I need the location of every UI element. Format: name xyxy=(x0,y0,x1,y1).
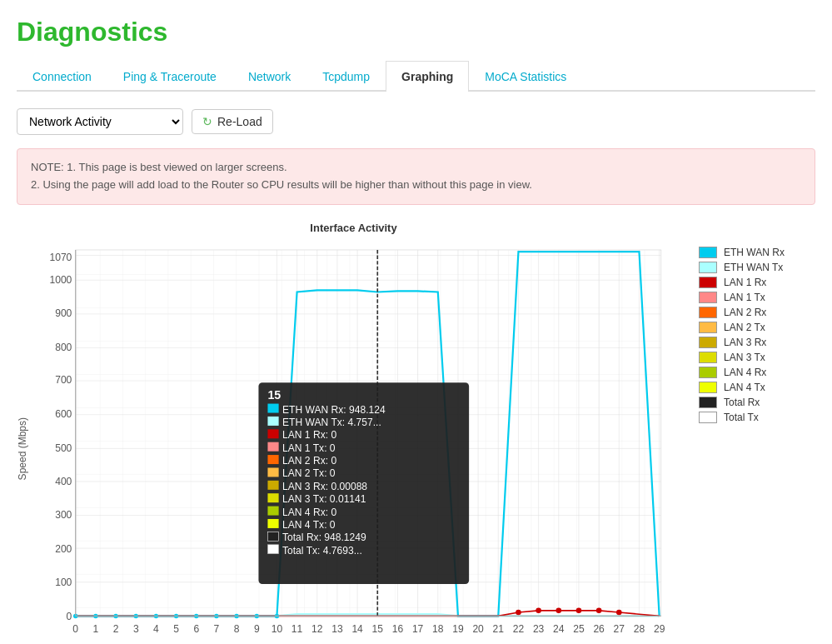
svg-text:21: 21 xyxy=(493,623,505,635)
legend-item-eth-wan-rx: ETH WAN Rx xyxy=(699,247,815,258)
legend-item-lan4-rx: LAN 4 Rx xyxy=(699,367,815,378)
chart-container: Interface Activity Speed (Mbps) xyxy=(17,222,690,644)
svg-rect-101 xyxy=(267,429,278,438)
svg-text:200: 200 xyxy=(55,542,72,554)
svg-text:LAN 1 Tx: 0: LAN 1 Tx: 0 xyxy=(282,442,336,453)
svg-rect-115 xyxy=(267,519,278,528)
svg-text:26: 26 xyxy=(593,623,605,635)
legend-item-lan3-rx: LAN 3 Rx xyxy=(699,337,815,348)
svg-text:25: 25 xyxy=(573,623,585,635)
chart-area: Interface Activity Speed (Mbps) xyxy=(17,222,815,644)
svg-text:3: 3 xyxy=(133,623,139,635)
svg-text:400: 400 xyxy=(55,476,72,487)
svg-text:18: 18 xyxy=(432,623,444,635)
notice-line2: 2. Using the page will add load to the R… xyxy=(31,177,801,194)
svg-text:1070: 1070 xyxy=(49,252,72,263)
svg-text:700: 700 xyxy=(55,374,72,386)
legend-item-lan4-tx: LAN 4 Tx xyxy=(699,382,815,393)
tab-moca-statistics[interactable]: MoCA Statistics xyxy=(469,61,582,92)
svg-text:23: 23 xyxy=(533,623,545,635)
legend-label-eth-wan-tx: ETH WAN Tx xyxy=(724,262,783,273)
svg-text:LAN 3 Rx: 0.00088: LAN 3 Rx: 0.00088 xyxy=(282,480,367,492)
svg-text:300: 300 xyxy=(55,508,72,520)
svg-rect-109 xyxy=(267,480,278,489)
svg-rect-99 xyxy=(267,417,278,426)
svg-text:16: 16 xyxy=(392,623,404,635)
svg-text:600: 600 xyxy=(55,408,72,420)
activity-dropdown[interactable]: Network ActivityCPU UsageMemory Usage xyxy=(17,108,183,135)
svg-text:19: 19 xyxy=(452,623,464,635)
svg-text:1: 1 xyxy=(93,623,99,635)
svg-point-77 xyxy=(516,609,521,615)
svg-text:ETH WAN Tx: 4.757...: ETH WAN Tx: 4.757... xyxy=(282,417,381,428)
legend-color-lan4-tx xyxy=(699,382,717,393)
reload-icon: ↻ xyxy=(202,115,212,128)
svg-text:5: 5 xyxy=(173,623,179,635)
legend-label-lan1-rx: LAN 1 Rx xyxy=(724,277,766,288)
svg-text:LAN 2 Tx: 0: LAN 2 Tx: 0 xyxy=(282,467,336,479)
svg-text:29: 29 xyxy=(654,623,665,635)
svg-text:2: 2 xyxy=(113,623,119,635)
svg-text:10: 10 xyxy=(272,623,283,635)
svg-text:8: 8 xyxy=(234,623,240,635)
svg-text:4: 4 xyxy=(153,623,159,635)
reload-button[interactable]: ↻ Re-Load xyxy=(192,109,273,134)
svg-text:Total Rx: 948.1249: Total Rx: 948.1249 xyxy=(282,532,366,543)
svg-text:11: 11 xyxy=(291,623,303,635)
reload-label: Re-Load xyxy=(217,115,262,128)
legend-color-lan4-rx xyxy=(699,367,717,378)
legend-color-total-tx xyxy=(699,412,717,423)
tab-network[interactable]: Network xyxy=(232,61,306,92)
chart-wrap: Speed (Mbps) xyxy=(17,241,690,644)
svg-text:LAN 2 Rx: 0: LAN 2 Rx: 0 xyxy=(282,455,336,467)
page-title: Diagnostics xyxy=(17,17,815,47)
tab-tcpdump[interactable]: Tcpdump xyxy=(306,61,386,92)
chart-legend: ETH WAN Rx ETH WAN Tx LAN 1 Rx LAN 1 Tx … xyxy=(699,222,815,644)
svg-text:500: 500 xyxy=(55,442,72,453)
svg-point-79 xyxy=(555,607,561,613)
svg-text:22: 22 xyxy=(513,623,525,635)
svg-text:15: 15 xyxy=(372,623,384,635)
legend-label-total-rx: Total Rx xyxy=(724,397,760,408)
svg-rect-97 xyxy=(267,403,278,412)
notice-line1: NOTE: 1. This page is best viewed on lar… xyxy=(31,159,801,177)
legend-color-lan3-rx xyxy=(699,337,717,348)
chart-title: Interface Activity xyxy=(17,222,690,234)
legend-label-eth-wan-rx: ETH WAN Rx xyxy=(724,247,785,258)
svg-text:LAN 4 Tx: 0: LAN 4 Tx: 0 xyxy=(282,519,336,531)
svg-point-81 xyxy=(596,607,602,613)
legend-label-lan1-tx: LAN 1 Tx xyxy=(724,292,765,303)
tab-ping-traceroute[interactable]: Ping & Traceroute xyxy=(107,61,232,92)
svg-text:13: 13 xyxy=(331,623,343,635)
svg-point-82 xyxy=(616,609,622,615)
svg-text:ETH WAN Rx: 948.124: ETH WAN Rx: 948.124 xyxy=(282,403,386,415)
legend-item-lan2-rx: LAN 2 Rx xyxy=(699,307,815,318)
legend-label-lan3-tx: LAN 3 Tx xyxy=(724,352,765,363)
svg-text:24: 24 xyxy=(553,623,565,635)
legend-item-total-rx: Total Rx xyxy=(699,397,815,408)
tab-graphing[interactable]: Graphing xyxy=(386,61,469,92)
chart-svg-wrap: 0 100 200 300 400 500 600 700 800 900 10… xyxy=(32,241,690,643)
legend-color-total-rx xyxy=(699,397,717,408)
svg-rect-111 xyxy=(267,493,278,502)
svg-text:14: 14 xyxy=(351,623,363,635)
legend-color-lan1-rx xyxy=(699,277,717,288)
tab-connection[interactable]: Connection xyxy=(17,61,107,92)
legend-item-lan3-tx: LAN 3 Tx xyxy=(699,352,815,363)
svg-text:LAN 1 Rx: 0: LAN 1 Rx: 0 xyxy=(282,429,336,441)
legend-item-lan2-tx: LAN 2 Tx xyxy=(699,322,815,333)
svg-text:7: 7 xyxy=(214,623,220,635)
svg-text:15: 15 xyxy=(267,388,281,402)
svg-text:27: 27 xyxy=(614,623,625,635)
legend-label-total-tx: Total Tx xyxy=(724,412,759,423)
svg-text:Total Tx: 4.7693...: Total Tx: 4.7693... xyxy=(282,544,362,556)
svg-text:1000: 1000 xyxy=(49,273,72,285)
svg-text:6: 6 xyxy=(193,623,199,635)
legend-item-lan1-rx: LAN 1 Rx xyxy=(699,277,815,288)
svg-text:9: 9 xyxy=(254,623,260,635)
legend-color-lan3-tx xyxy=(699,352,717,363)
svg-text:28: 28 xyxy=(634,623,645,635)
svg-rect-117 xyxy=(267,532,278,541)
legend-item-lan1-tx: LAN 1 Tx xyxy=(699,292,815,303)
legend-label-lan4-rx: LAN 4 Rx xyxy=(724,367,766,378)
